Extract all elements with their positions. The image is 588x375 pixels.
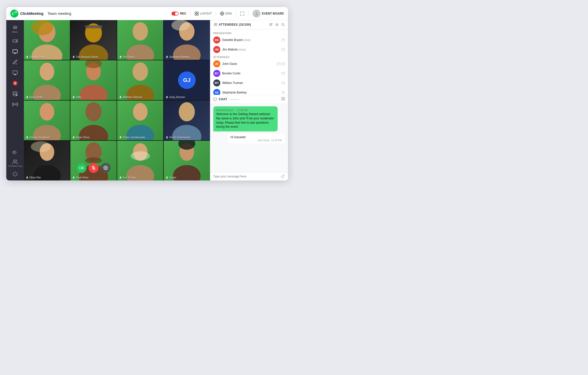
- search-attendees-icon[interactable]: [281, 23, 285, 27]
- attendee-danielle[interactable]: DB Danielle Bryant (host): [210, 35, 288, 45]
- svg-marker-17: [16, 40, 17, 42]
- video-cell-olivia[interactable]: Olivia Otis: [24, 141, 70, 180]
- svg-point-3: [15, 11, 17, 13]
- sidebar-item-poll[interactable]: [6, 88, 24, 99]
- svg-point-65: [133, 103, 147, 121]
- video-cell-gianna[interactable]: Gianna Youngmen: [24, 101, 70, 140]
- icons-danielle: [281, 38, 285, 42]
- svg-rect-102: [282, 39, 285, 41]
- attendee-brooke[interactable]: BC Brooke Curtis: [210, 69, 288, 78]
- sidebar-item-menu[interactable]: Menu: [6, 22, 24, 36]
- svg-rect-67: [120, 136, 121, 138]
- video-cell-sally[interactable]: Sally: [70, 60, 117, 100]
- attendees-actions: [269, 23, 285, 27]
- video-cell-dorothy[interactable]: Dorothy Smith: [24, 20, 70, 60]
- attendee-stephanie[interactable]: SB Stephanie Barkley: [210, 88, 288, 95]
- name-jiro: Jiro Makoto (host): [222, 48, 279, 51]
- video-cell-adam[interactable]: Adam Davis: [70, 101, 117, 140]
- mic-control-button[interactable]: [89, 163, 99, 173]
- attendee-john[interactable]: JD John Davis: [210, 59, 288, 69]
- event-board-button[interactable]: EVENT BOARD: [253, 10, 284, 18]
- sidebar-item-announce[interactable]: [6, 147, 24, 158]
- attendee-jiro[interactable]: JM Jiro Makoto (host): [210, 45, 288, 54]
- menu-label: Menu: [12, 31, 18, 33]
- svg-rect-39: [85, 25, 102, 28]
- svg-point-27: [16, 95, 17, 96]
- label-adam: Adam Davis: [72, 136, 90, 139]
- chat-messages: Danielle Bryant · 12:30 PM Welcome to th…: [210, 104, 288, 172]
- power-button[interactable]: [12, 169, 18, 178]
- settings-control-button[interactable]: [101, 163, 111, 173]
- chat-meta-danielle: Danielle Bryant · 12:30 PM: [216, 109, 275, 112]
- svg-rect-54: [73, 96, 74, 98]
- attendees-icon: [213, 23, 217, 27]
- svg-point-11: [256, 12, 257, 14]
- sidebar-item-screen[interactable]: [6, 46, 24, 57]
- presenters-only-button[interactable]: Presenters only: [7, 158, 23, 169]
- label-gianna: Gianna Youngmen: [26, 136, 50, 139]
- svg-point-46: [172, 20, 190, 31]
- name-brooke: Brooke Curtis: [222, 72, 279, 75]
- chat-reply-john: Hi Danielle! John Davis 12:30 PM: [228, 133, 285, 144]
- fullscreen-icon[interactable]: [240, 12, 244, 16]
- chat-settings-button[interactable]: [281, 97, 285, 102]
- sidebar-item-monitor[interactable]: [6, 67, 24, 78]
- svg-point-85: [105, 167, 106, 169]
- video-cell-shah[interactable]: Shah Khan: [70, 141, 117, 180]
- label-kyoko: Kyoko: [166, 176, 176, 179]
- video-cell-greg[interactable]: GJ Greg Johnson: [164, 60, 210, 100]
- chat-title: CHAT: [219, 98, 227, 101]
- svg-point-12: [255, 14, 258, 16]
- add-attendee-icon[interactable]: [269, 23, 273, 27]
- svg-rect-7: [197, 14, 198, 15]
- svg-rect-16: [13, 40, 16, 42]
- main-content: Menu: [6, 20, 288, 180]
- divider-2: [216, 11, 216, 16]
- sidebar-item-camera[interactable]: [6, 36, 24, 46]
- svg-rect-50: [27, 96, 28, 98]
- lang-button[interactable]: ENG: [220, 12, 232, 16]
- attendee-william[interactable]: WT William Truman: [210, 78, 288, 88]
- svg-point-52: [80, 85, 107, 100]
- video-cell-eve[interactable]: Eve Truman: [117, 141, 163, 180]
- svg-point-117: [282, 98, 283, 99]
- video-cell-kyoko[interactable]: Kyoko: [164, 141, 210, 180]
- header-right: REC LAYOUT ENG: [172, 10, 284, 18]
- attendees-settings-icon[interactable]: [275, 23, 279, 27]
- video-cell-phil[interactable]: Phil Green: [117, 20, 163, 60]
- chat-tab-indicator: [229, 99, 239, 100]
- meeting-title: Team meeting: [48, 11, 71, 16]
- logo-text: ClickMeeting: [20, 11, 44, 16]
- chat-header: CHAT: [210, 95, 288, 104]
- svg-rect-43: [120, 56, 121, 58]
- divider-1: [190, 11, 191, 16]
- chat-input[interactable]: [213, 175, 279, 178]
- video-cell-daria[interactable]: Daria Smith: [24, 60, 70, 100]
- avatar-brooke: BC: [213, 70, 220, 77]
- camera-control-button[interactable]: [76, 163, 87, 173]
- send-icon[interactable]: [281, 174, 285, 178]
- rec-indicator: [172, 12, 179, 16]
- svg-rect-79: [79, 167, 82, 169]
- sidebar-item-youtube[interactable]: [6, 78, 24, 88]
- video-cell-stephania[interactable]: Stephania Barkley: [164, 20, 210, 60]
- avatar-john: JD: [213, 60, 220, 67]
- svg-rect-78: [73, 176, 74, 178]
- name-danielle: Danielle Bryant (host): [222, 38, 279, 42]
- video-cell-simon[interactable]: Simon Greenwood: [164, 101, 210, 140]
- label-olivia: Olivia Otis: [26, 176, 41, 179]
- svg-rect-108: [282, 73, 285, 75]
- sidebar-item-edit[interactable]: [6, 57, 24, 67]
- video-cell-tom[interactable]: Tom Bowsun (Host): [70, 20, 117, 60]
- svg-rect-5: [197, 12, 198, 13]
- name-stephanie: Stephanie Barkley: [222, 91, 279, 94]
- sidebar-item-broadcast[interactable]: [6, 99, 24, 110]
- video-cell-matthew[interactable]: Matthew Setsuna: [117, 60, 163, 100]
- video-cell-paula[interactable]: Paula Leśniakowsky: [117, 101, 163, 140]
- rec-button[interactable]: REC: [172, 12, 186, 16]
- avatar-danielle: DB: [213, 36, 220, 43]
- chat-text-danielle: Welcome to the Getting Started webinar! …: [216, 112, 275, 129]
- icons-jiro: [281, 48, 285, 51]
- layout-button[interactable]: LAYOUT: [195, 12, 212, 16]
- svg-line-101: [283, 25, 284, 26]
